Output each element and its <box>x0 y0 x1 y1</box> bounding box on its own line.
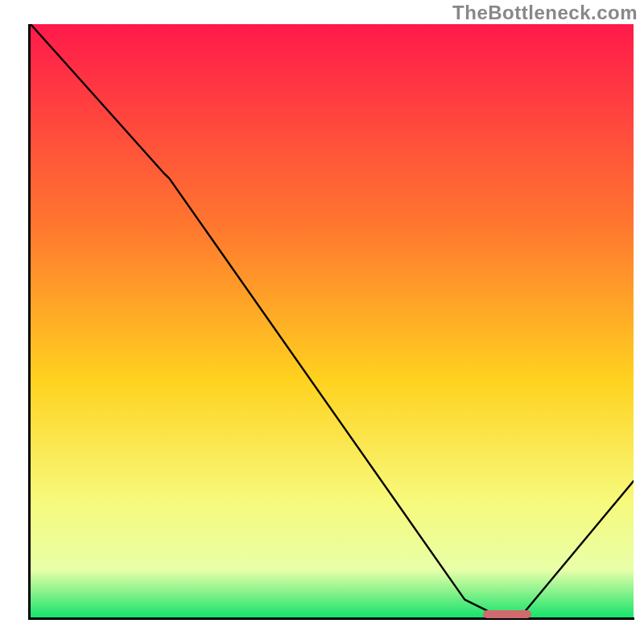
y-axis <box>28 24 31 620</box>
optimal-marker <box>483 610 531 618</box>
gradient-background <box>31 24 634 617</box>
chart-container: TheBottleneck.com <box>0 0 644 644</box>
plot-area <box>31 24 634 617</box>
x-axis <box>28 617 634 620</box>
chart-svg <box>31 24 634 617</box>
watermark-text: TheBottleneck.com <box>452 2 638 24</box>
